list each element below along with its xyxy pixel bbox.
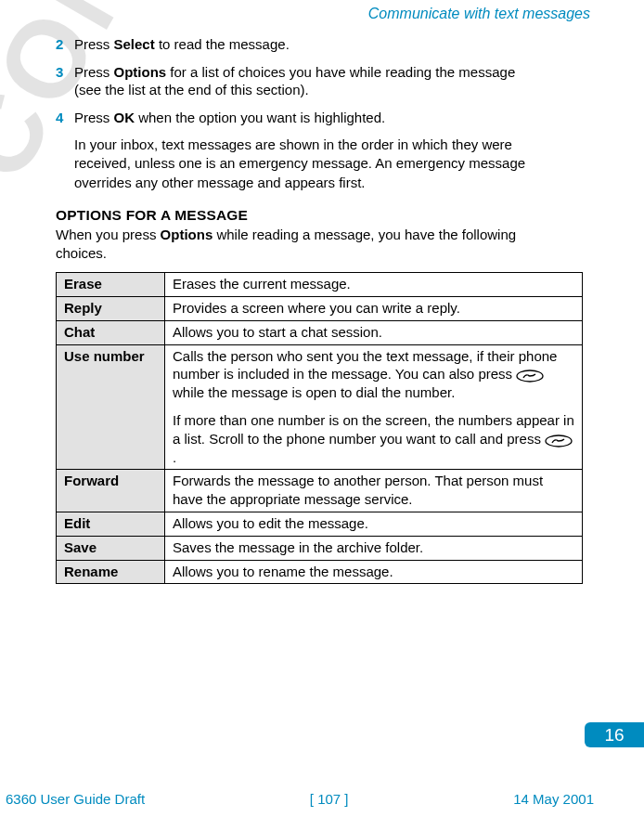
text: when the option you want is highlighted. <box>135 110 385 125</box>
text: Calls the person who sent you the text m… <box>173 348 557 383</box>
step-2: 2 Press Select to read the message. <box>56 35 598 54</box>
step-text: Press OK when the option you want is hig… <box>74 109 598 127</box>
text: When you press <box>56 227 161 242</box>
text: to read the message. <box>155 36 290 52</box>
option-desc: Erases the current message. <box>165 273 583 297</box>
step-3: 3 Press Options for a list of choices yo… <box>56 63 598 99</box>
option-desc: Allows you to edit the message. <box>165 512 583 537</box>
option-label: Use number <box>57 344 165 470</box>
options-table: Erase Erases the current message. Reply … <box>56 272 583 584</box>
step-number: 3 <box>56 63 74 99</box>
call-key-icon <box>516 366 544 382</box>
option-desc: Provides a screen where you can write a … <box>165 297 583 321</box>
chapter-badge: 16 <box>585 722 644 747</box>
page-header: Communicate with text messages <box>56 6 598 22</box>
option-label: Rename <box>57 560 165 584</box>
table-row: Edit Allows you to edit the message. <box>57 512 583 537</box>
step-number: 2 <box>56 35 74 54</box>
option-desc: Allows you to rename the message. <box>165 560 583 584</box>
table-row: Rename Allows you to rename the message. <box>57 560 583 584</box>
table-row: Save Saves the message in the archive fo… <box>57 536 583 560</box>
table-row: Use number Calls the person who sent you… <box>57 344 583 470</box>
bold-term: OK <box>114 110 135 125</box>
text: If more than one number is on the screen… <box>173 412 574 447</box>
option-desc: Calls the person who sent you the text m… <box>165 344 583 470</box>
footer-center-page-number: [ 107 ] <box>310 791 349 807</box>
option-label: Save <box>57 536 165 560</box>
step-text: Press Options for a list of choices you … <box>74 63 598 99</box>
text: while the message is open to dial the nu… <box>173 384 455 400</box>
text: Press <box>74 36 114 52</box>
step-text: Press Select to read the message. <box>74 35 598 54</box>
table-row: Chat Allows you to start a chat session. <box>57 320 583 344</box>
option-label: Forward <box>57 470 165 512</box>
text: Press <box>74 110 114 125</box>
bold-term: Options <box>114 64 167 80</box>
page-footer: 6360 User Guide Draft [ 107 ] 14 May 200… <box>0 791 644 807</box>
table-row: Forward Forwards the message to another … <box>57 470 583 512</box>
table-row: Erase Erases the current message. <box>57 273 583 297</box>
options-subhead: OPTIONS FOR A MESSAGE <box>56 207 598 224</box>
options-intro: When you press Options while reading a m… <box>56 226 598 264</box>
option-label: Erase <box>57 273 165 297</box>
footer-left: 6360 User Guide Draft <box>6 791 145 807</box>
footer-right-date: 14 May 2001 <box>513 791 594 807</box>
text: Press <box>74 64 114 80</box>
step-number: 4 <box>56 109 74 127</box>
bold-term: Select <box>114 36 155 52</box>
inbox-note: In your inbox, text messages are shown i… <box>74 136 598 192</box>
option-desc: Saves the message in the archive folder. <box>165 536 583 560</box>
option-label: Reply <box>57 297 165 321</box>
option-label: Chat <box>57 320 165 344</box>
option-label: Edit <box>57 512 165 537</box>
text: . <box>173 449 176 465</box>
step-4: 4 Press OK when the option you want is h… <box>56 109 598 127</box>
bold-term: Options <box>161 227 213 242</box>
table-row: Reply Provides a screen where you can wr… <box>57 297 583 321</box>
call-key-icon <box>545 431 573 447</box>
option-desc: Forwards the message to another person. … <box>165 470 583 512</box>
option-desc: Allows you to start a chat session. <box>165 320 583 344</box>
